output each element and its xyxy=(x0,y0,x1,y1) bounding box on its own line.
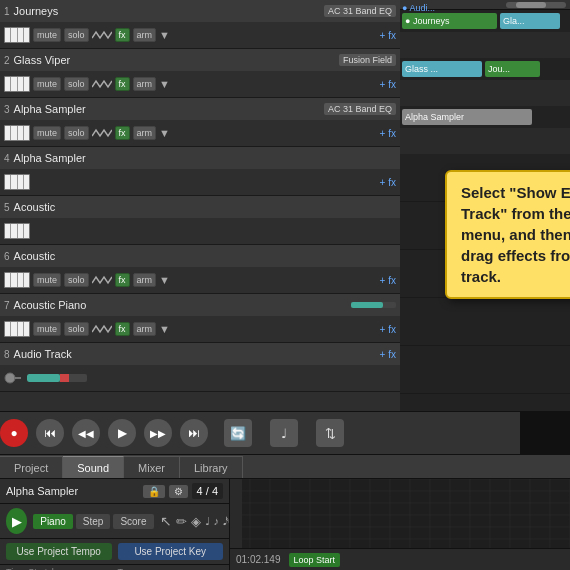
track-5-number: 5 xyxy=(4,202,10,213)
clip-journeys-1[interactable]: ● Journeys xyxy=(402,13,497,29)
cursor-icon[interactable]: ↖ xyxy=(160,513,172,529)
track-2-fx[interactable]: fx xyxy=(115,77,130,91)
transport-bar: ● ⏮ ◀◀ ▶ ▶▶ ⏭ 🔄 ♩ ⇅ xyxy=(0,411,570,455)
track-1-dropdown[interactable]: ▼ xyxy=(159,29,170,41)
bottom-tabs: Project Sound Mixer Library xyxy=(0,455,570,479)
clip-glass-1[interactable]: Gla... xyxy=(500,13,560,29)
track-7-plus-fx[interactable]: + fx xyxy=(380,324,396,335)
rewind-button[interactable]: ◀◀ xyxy=(72,419,100,447)
track-8-number: 8 xyxy=(4,349,10,360)
tab-sound[interactable]: Sound xyxy=(63,456,124,478)
track-4-controls: + fx xyxy=(0,169,400,195)
clip-label: Alpha Sampler xyxy=(405,112,464,122)
tab-step[interactable]: Step xyxy=(76,514,111,529)
track-1-number: 1 xyxy=(4,6,10,17)
note-q-icon[interactable]: ♩ xyxy=(205,515,210,528)
svg-point-0 xyxy=(5,373,15,383)
note-button[interactable]: ♩ xyxy=(270,419,298,447)
track-6-mute[interactable]: mute xyxy=(33,273,61,287)
tab-library[interactable]: Library xyxy=(180,456,243,478)
arr-row-2: Glass ... Jou... xyxy=(400,58,570,106)
record-button[interactable]: ● xyxy=(0,419,28,447)
track-7-mute[interactable]: mute xyxy=(33,322,61,336)
track-8-controls xyxy=(0,365,400,391)
audio-icon-8 xyxy=(4,370,22,386)
track-list: 1 Journeys AC 31 Band EQ mute solo fx xyxy=(0,0,400,411)
pr-grid[interactable] xyxy=(230,479,570,548)
sound-left: Alpha Sampler 🔒 ⚙ 4 / 4 ▶ Piano Step Sco… xyxy=(0,479,230,570)
track-6-dropdown[interactable]: ▼ xyxy=(159,274,170,286)
track-2-plus-fx[interactable]: + fx xyxy=(380,79,396,90)
track-3-plus-fx[interactable]: + fx xyxy=(380,128,396,139)
sound-play-button[interactable]: ▶ xyxy=(6,508,27,534)
metronome-button[interactable]: 🔄 xyxy=(224,419,252,447)
note-e-icon[interactable]: ♪ xyxy=(214,515,220,527)
track-1-plus-fx[interactable]: + fx xyxy=(380,30,396,41)
daw-container: 1 Journeys AC 31 Band EQ mute solo fx xyxy=(0,0,570,570)
track-6-header: 6 Acoustic xyxy=(0,245,400,267)
forward-end-button[interactable]: ⏭ xyxy=(180,419,208,447)
track-3-arm[interactable]: arm xyxy=(133,126,157,140)
track-row: 5 Acoustic xyxy=(0,196,400,245)
use-project-key-button[interactable]: Use Project Key xyxy=(118,543,224,560)
track-6-plus-fx[interactable]: + fx xyxy=(380,275,396,286)
eraser-icon[interactable]: ◈ xyxy=(191,514,201,529)
playhead-time: 01:02.149 xyxy=(236,554,281,565)
track-3-dropdown[interactable]: ▼ xyxy=(159,127,170,139)
lock-button[interactable]: 🔒 xyxy=(143,485,165,498)
track-6-name: Acoustic xyxy=(14,250,56,262)
clip-jou-2[interactable]: Jou... xyxy=(485,61,540,77)
play-button[interactable]: ▶ xyxy=(108,419,136,447)
track-8-plus-fx-header[interactable]: + fx xyxy=(380,349,396,360)
track-1-fx[interactable]: fx xyxy=(115,28,130,42)
track-3-fx[interactable]: fx xyxy=(115,126,130,140)
piano-keys-7 xyxy=(4,321,30,337)
fast-forward-button[interactable]: ▶▶ xyxy=(144,419,172,447)
track-2-dropdown[interactable]: ▼ xyxy=(159,78,170,90)
pr-tabs-row: Piano Step Score xyxy=(33,514,153,529)
track-1-solo[interactable]: solo xyxy=(64,28,89,42)
loop-start-marker[interactable]: Loop Start xyxy=(289,553,341,567)
pencil-icon[interactable]: ✏ xyxy=(176,514,187,529)
use-project-tempo-button[interactable]: Use Project Tempo xyxy=(6,543,112,560)
track-3-eq[interactable]: AC 31 Band EQ xyxy=(324,103,396,115)
piano-keys-1 xyxy=(4,27,30,43)
track-2-eq[interactable]: Fusion Field xyxy=(339,54,396,66)
track-row: 4 Alpha Sampler + fx xyxy=(0,147,400,196)
tab-project[interactable]: Project xyxy=(0,456,63,478)
track-5-header: 5 Acoustic xyxy=(0,196,400,218)
track-7-fx[interactable]: fx xyxy=(115,322,130,336)
track-row: 6 Acoustic mute solo fx arm ▼ xyxy=(0,245,400,294)
track-1-arm[interactable]: arm xyxy=(133,28,157,42)
clip-glass-2[interactable]: Glass ... xyxy=(402,61,482,77)
tab-piano[interactable]: Piano xyxy=(33,514,73,529)
piano-keys-4 xyxy=(4,174,30,190)
tempo-button[interactable]: ⇅ xyxy=(316,419,344,447)
track-1-eq[interactable]: AC 31 Band EQ xyxy=(324,5,396,17)
envelope-icon-3 xyxy=(92,126,112,140)
clip-alpha-3[interactable]: Alpha Sampler xyxy=(402,109,532,125)
tab-score[interactable]: Score xyxy=(113,514,153,529)
track-2-mute[interactable]: mute xyxy=(33,77,61,91)
track-7-dropdown[interactable]: ▼ xyxy=(159,323,170,335)
piano-roll-tabs-inner: Piano Step Score xyxy=(33,514,153,529)
track-7-solo[interactable]: solo xyxy=(64,322,89,336)
track-6-fx[interactable]: fx xyxy=(115,273,130,287)
track-7-number: 7 xyxy=(4,300,10,311)
tab-mixer[interactable]: Mixer xyxy=(124,456,180,478)
track-7-arm[interactable]: arm xyxy=(133,322,157,336)
track-4-plus-fx[interactable]: + fx xyxy=(380,177,396,188)
rewind-start-button[interactable]: ⏮ xyxy=(36,419,64,447)
track-2-solo[interactable]: solo xyxy=(64,77,89,91)
track-3-solo[interactable]: solo xyxy=(64,126,89,140)
envelope-icon-2 xyxy=(92,77,112,91)
track-1-controls: mute solo fx arm ▼ + fx xyxy=(0,22,400,48)
settings-button[interactable]: ⚙ xyxy=(169,485,188,498)
track-1-mute[interactable]: mute xyxy=(33,28,61,42)
track-2-arm[interactable]: arm xyxy=(133,77,157,91)
track-3-mute[interactable]: mute xyxy=(33,126,61,140)
track-row: 1 Journeys AC 31 Band EQ mute solo fx xyxy=(0,0,400,49)
track-6-arm[interactable]: arm xyxy=(133,273,157,287)
track-7-controls: mute solo fx arm ▼ + fx xyxy=(0,316,400,342)
track-6-solo[interactable]: solo xyxy=(64,273,89,287)
